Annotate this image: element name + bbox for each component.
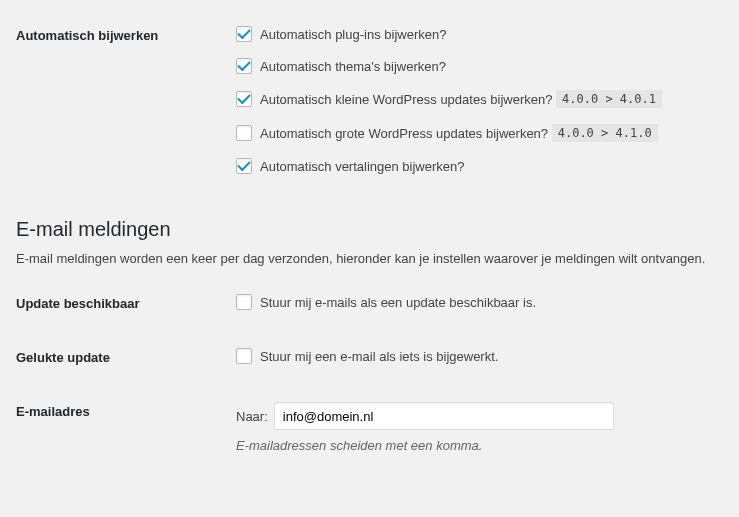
auto-translations-label: Automatisch vertalingen bijwerken? [260, 159, 465, 174]
auto-update-label: Automatisch bijwerken [16, 20, 236, 43]
email-section-heading: E-mail meldingen [16, 218, 719, 241]
auto-update-field: Automatisch plug-ins bijwerken? Automati… [236, 20, 719, 180]
update-available-label: Update beschikbaar [16, 288, 236, 311]
auto-minor-code: 4.0.0 > 4.0.1 [556, 90, 662, 108]
update-available-checkbox-label: Stuur mij e-mails als een update beschik… [260, 295, 536, 310]
auto-plugins-label: Automatisch plug-ins bijwerken? [260, 27, 446, 42]
auto-themes-label: Automatisch thema's bijwerken? [260, 59, 446, 74]
success-update-label: Gelukte update [16, 342, 236, 365]
auto-major-checkbox[interactable] [236, 125, 252, 141]
email-address-label: E-mailadres [16, 396, 236, 419]
auto-major-code: 4.0.0 > 4.1.0 [552, 124, 658, 142]
auto-minor-checkbox[interactable] [236, 91, 252, 107]
email-address-hint: E-mailadressen scheiden met een komma. [236, 438, 719, 453]
email-to-label: Naar: [236, 409, 268, 424]
auto-major-label: Automatisch grote WordPress updates bijw… [260, 126, 548, 141]
auto-plugins-checkbox[interactable] [236, 26, 252, 42]
success-update-checkbox-label: Stuur mij een e-mail als iets is bijgewe… [260, 349, 498, 364]
auto-translations-checkbox[interactable] [236, 158, 252, 174]
email-section-description: E-mail meldingen worden een keer per dag… [16, 251, 719, 266]
email-address-input[interactable] [274, 402, 614, 430]
auto-themes-checkbox[interactable] [236, 58, 252, 74]
auto-minor-label: Automatisch kleine WordPress updates bij… [260, 92, 552, 107]
success-update-checkbox[interactable] [236, 348, 252, 364]
update-available-checkbox[interactable] [236, 294, 252, 310]
